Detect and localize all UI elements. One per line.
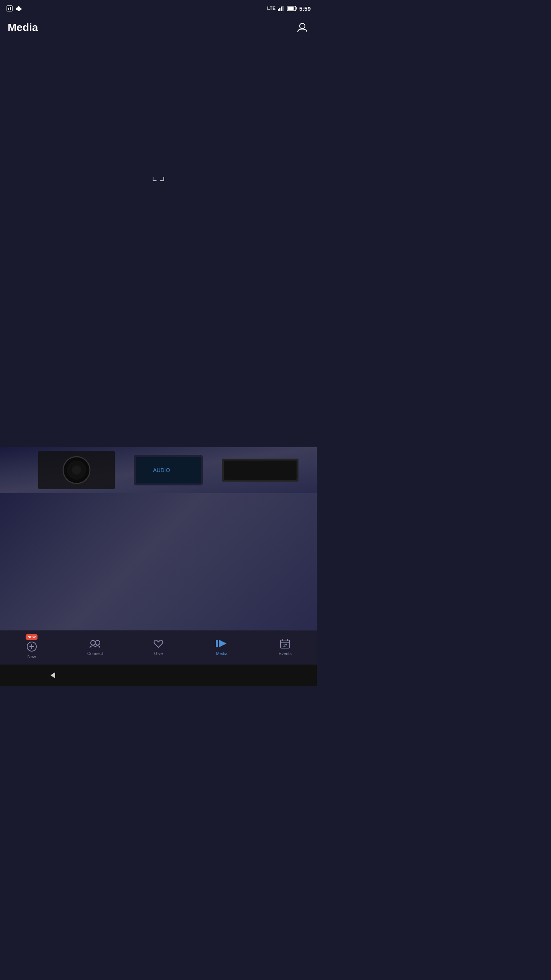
bottom-nav: NEW New Connect (0, 630, 317, 665)
watch-card[interactable]: Watch (0, 176, 317, 312)
network-type: LTE (267, 6, 276, 11)
media-nav-label: Media (216, 651, 228, 656)
svg-rect-0 (7, 6, 12, 11)
media-sections: CAMERA 1 Live Stream (0, 41, 317, 630)
give-nav-label: Give (154, 651, 163, 656)
live-stream-card[interactable]: CAMERA 1 Live Stream (0, 41, 317, 176)
nav-item-media[interactable]: Media (190, 637, 254, 656)
events-nav-label: Events (279, 651, 292, 656)
sim-icon (6, 5, 13, 12)
partial-card[interactable]: AUDIO (0, 447, 317, 630)
media-nav-icon (216, 637, 228, 650)
svg-rect-134 (163, 177, 164, 181)
nav-item-give[interactable]: Give (127, 637, 190, 656)
status-right: LTE 5:59 (267, 5, 311, 12)
page-title: Media (8, 21, 38, 34)
status-bar: LTE 5:59 (0, 0, 317, 17)
user-icon (296, 21, 308, 34)
svg-point-184 (95, 640, 100, 645)
give-nav-icon (152, 637, 165, 650)
events-nav-icon: 17 (279, 637, 291, 650)
signal-icon (278, 6, 285, 11)
status-left (6, 5, 22, 12)
home-button[interactable] (151, 668, 166, 683)
svg-point-10 (300, 23, 305, 29)
nav-item-new[interactable]: NEW New (0, 634, 64, 659)
new-nav-label: New (28, 654, 36, 659)
svg-rect-2 (10, 7, 11, 10)
svg-point-175 (72, 466, 81, 475)
new-nav-icon (26, 640, 38, 653)
svg-rect-6 (282, 6, 284, 11)
svg-point-183 (91, 640, 95, 645)
connect-nav-icon (89, 637, 101, 650)
back-button[interactable] (45, 668, 60, 683)
svg-rect-179 (224, 461, 297, 480)
status-time: 5:59 (299, 5, 311, 12)
battery-icon (287, 6, 297, 11)
notification-icon (15, 5, 22, 12)
svg-text:AUDIO: AUDIO (153, 467, 170, 473)
recents-button[interactable] (256, 668, 272, 683)
nav-item-events[interactable]: 17 Events (253, 637, 317, 656)
new-badge: NEW (26, 634, 37, 640)
svg-rect-9 (287, 7, 293, 10)
svg-rect-1 (8, 8, 9, 10)
user-profile-button[interactable] (295, 21, 309, 34)
android-nav-bar (0, 665, 317, 686)
svg-rect-5 (281, 7, 282, 11)
svg-rect-3 (278, 9, 279, 11)
svg-rect-8 (296, 7, 297, 10)
svg-marker-192 (51, 672, 55, 678)
svg-rect-132 (153, 177, 153, 181)
nav-item-connect[interactable]: Connect (64, 637, 127, 656)
listen-card[interactable]: Hi follow yo Listen (0, 312, 317, 447)
svg-rect-186 (216, 640, 218, 647)
svg-rect-4 (279, 8, 280, 11)
partial-illustration: AUDIO (0, 447, 317, 493)
connect-nav-label: Connect (87, 651, 103, 656)
svg-text:17: 17 (283, 644, 287, 647)
expand-icon (151, 176, 166, 183)
svg-marker-185 (219, 640, 227, 647)
header: Media (0, 17, 317, 41)
